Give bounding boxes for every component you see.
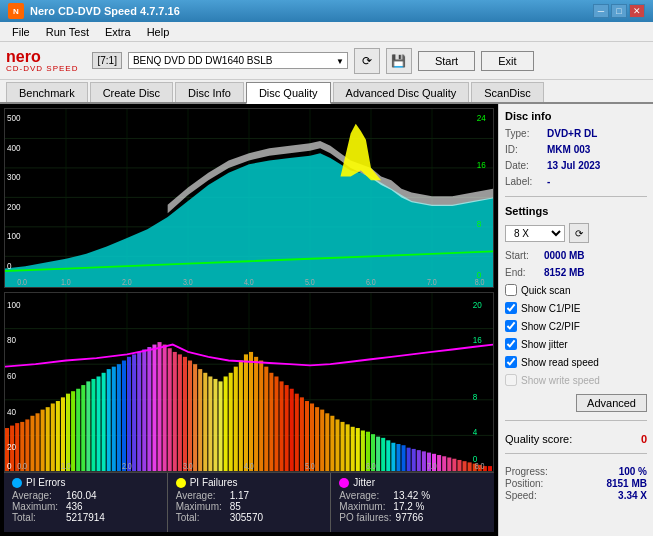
show-c1pie-checkbox[interactable] bbox=[505, 302, 517, 314]
divider-2 bbox=[505, 420, 647, 421]
svg-text:8: 8 bbox=[473, 391, 478, 402]
svg-rect-64 bbox=[91, 379, 95, 471]
svg-rect-53 bbox=[36, 413, 40, 471]
svg-rect-92 bbox=[234, 367, 238, 471]
pi-failures-total-row: Total: 305570 bbox=[176, 512, 323, 523]
svg-rect-112 bbox=[335, 419, 339, 471]
show-c2pif-checkbox[interactable] bbox=[505, 320, 517, 332]
jitter-po-failures-row: PO failures: 97766 bbox=[339, 512, 486, 523]
disc-date-row: Date: 13 Jul 2023 bbox=[505, 160, 647, 171]
nero-logo-subtitle: CD-DVD SPEED bbox=[6, 65, 78, 73]
maximize-button[interactable]: □ bbox=[611, 4, 627, 18]
svg-text:3.0: 3.0 bbox=[183, 461, 193, 471]
svg-rect-72 bbox=[132, 354, 136, 471]
show-c2pif-row: Show C2/PIF bbox=[505, 320, 647, 332]
svg-text:2.0: 2.0 bbox=[122, 461, 132, 471]
refresh-settings-button[interactable]: ⟳ bbox=[569, 223, 589, 243]
speed-select[interactable]: Max2 X4 X8 X12 X16 X bbox=[505, 225, 565, 242]
svg-rect-66 bbox=[102, 373, 106, 471]
svg-rect-138 bbox=[468, 462, 472, 471]
show-c2pif-label: Show C2/PIF bbox=[521, 321, 580, 332]
pi-failures-maximum-row: Maximum: 85 bbox=[176, 501, 323, 512]
svg-rect-100 bbox=[274, 376, 278, 471]
svg-rect-79 bbox=[168, 348, 172, 471]
advanced-button[interactable]: Advanced bbox=[576, 394, 647, 412]
drive-selector-wrapper: BENQ DVD DD DW1640 BSLB bbox=[128, 52, 348, 69]
legend-bar: PI Errors Average: 160.04 Maximum: 436 T… bbox=[4, 472, 494, 532]
show-c1pie-row: Show C1/PIE bbox=[505, 302, 647, 314]
svg-text:20: 20 bbox=[473, 299, 482, 310]
disc-id-value: MKM 003 bbox=[547, 144, 590, 155]
quick-scan-label: Quick scan bbox=[521, 285, 570, 296]
app-title: Nero CD-DVD Speed 4.7.7.16 bbox=[30, 5, 180, 17]
menu-extra[interactable]: Extra bbox=[97, 24, 139, 40]
tab-disc-quality[interactable]: Disc Quality bbox=[246, 82, 331, 104]
svg-rect-57 bbox=[56, 401, 60, 471]
menu-run-test[interactable]: Run Test bbox=[38, 24, 97, 40]
close-button[interactable]: ✕ bbox=[629, 4, 645, 18]
svg-rect-83 bbox=[188, 361, 192, 471]
svg-rect-74 bbox=[142, 349, 146, 471]
svg-text:5.0: 5.0 bbox=[305, 461, 315, 471]
tab-scan-disc[interactable]: ScanDisc bbox=[471, 82, 543, 102]
svg-rect-84 bbox=[193, 364, 197, 471]
show-read-speed-checkbox[interactable] bbox=[505, 356, 517, 368]
exit-button[interactable]: Exit bbox=[481, 51, 533, 71]
save-button[interactable]: 💾 bbox=[386, 48, 412, 74]
tab-disc-info[interactable]: Disc Info bbox=[175, 82, 244, 102]
position-value: 8151 MB bbox=[606, 478, 647, 489]
app-icon: N bbox=[8, 3, 24, 19]
tab-benchmark[interactable]: Benchmark bbox=[6, 82, 88, 102]
chart-area: 500 400 300 200 100 0 24 16 8 0 0.0 1.0 … bbox=[0, 104, 498, 536]
jitter-color-dot bbox=[339, 478, 349, 488]
show-write-speed-checkbox[interactable] bbox=[505, 374, 517, 386]
svg-text:16: 16 bbox=[473, 335, 482, 346]
refresh-drive-button[interactable]: ⟳ bbox=[354, 48, 380, 74]
minimize-button[interactable]: ─ bbox=[593, 4, 609, 18]
svg-rect-111 bbox=[330, 416, 334, 471]
pi-failures-average-row: Average: 1.17 bbox=[176, 490, 323, 501]
svg-rect-115 bbox=[351, 427, 355, 471]
tab-create-disc[interactable]: Create Disc bbox=[90, 82, 173, 102]
svg-rect-127 bbox=[412, 449, 416, 471]
tab-advanced-disc-quality[interactable]: Advanced Disc Quality bbox=[333, 82, 470, 102]
progress-row: Progress: 100 % bbox=[505, 466, 647, 477]
svg-rect-134 bbox=[447, 457, 451, 471]
svg-rect-76 bbox=[152, 345, 156, 471]
start-button[interactable]: Start bbox=[418, 51, 475, 71]
disc-id-row: ID: MKM 003 bbox=[505, 144, 647, 155]
quality-score-row: Quality score: 0 bbox=[505, 433, 647, 445]
svg-rect-122 bbox=[386, 440, 390, 471]
svg-rect-62 bbox=[81, 385, 85, 471]
svg-text:8.0: 8.0 bbox=[475, 461, 485, 471]
menu-file[interactable]: File bbox=[4, 24, 38, 40]
quick-scan-checkbox[interactable] bbox=[505, 284, 517, 296]
svg-rect-101 bbox=[280, 381, 284, 471]
disc-label-row: Label: - bbox=[505, 176, 647, 187]
svg-rect-89 bbox=[219, 381, 223, 471]
svg-rect-63 bbox=[86, 381, 90, 471]
svg-rect-93 bbox=[239, 361, 243, 471]
svg-rect-59 bbox=[66, 394, 70, 471]
pi-errors-color-dot bbox=[12, 478, 22, 488]
svg-rect-133 bbox=[442, 456, 446, 471]
svg-rect-102 bbox=[285, 385, 289, 471]
svg-text:0.0: 0.0 bbox=[17, 277, 27, 287]
drive-dropdown[interactable]: BENQ DVD DD DW1640 BSLB bbox=[128, 52, 348, 69]
show-read-speed-row: Show read speed bbox=[505, 356, 647, 368]
chart-top: 500 400 300 200 100 0 24 16 8 0 0.0 1.0 … bbox=[4, 108, 494, 288]
progress-value: 100 % bbox=[619, 466, 647, 477]
svg-rect-85 bbox=[198, 369, 202, 471]
svg-rect-114 bbox=[346, 424, 350, 471]
svg-text:200: 200 bbox=[7, 201, 21, 212]
svg-text:20: 20 bbox=[7, 441, 16, 452]
show-write-speed-label: Show write speed bbox=[521, 375, 600, 386]
svg-rect-87 bbox=[208, 376, 212, 471]
top-chart-svg: 500 400 300 200 100 0 24 16 8 0 0.0 1.0 … bbox=[5, 109, 493, 287]
show-jitter-checkbox[interactable] bbox=[505, 338, 517, 350]
svg-rect-135 bbox=[452, 459, 456, 471]
speed-value: 3.34 X bbox=[618, 490, 647, 501]
menu-help[interactable]: Help bbox=[139, 24, 178, 40]
svg-text:300: 300 bbox=[7, 171, 21, 182]
svg-rect-99 bbox=[269, 373, 273, 471]
